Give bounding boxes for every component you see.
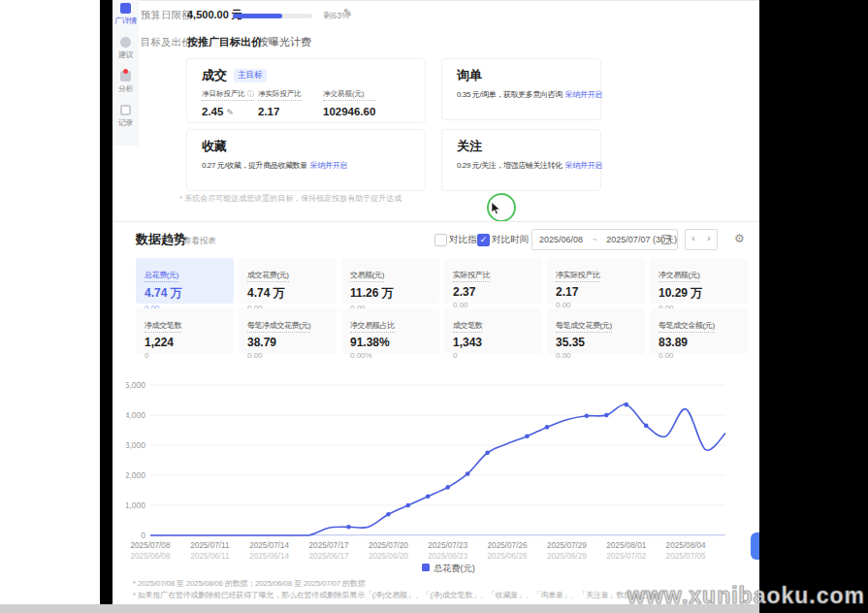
sidebar-item-label: 分析: [113, 83, 139, 94]
metric-label: 净实际投产比: [556, 270, 600, 282]
data-point-marker: [624, 403, 628, 407]
compare-time-label: 对比时间: [492, 234, 529, 246]
spend-trend-line-chart[interactable]: 01,0002,0003,0004,0005,0002025/07/082025…: [126, 372, 761, 578]
metric-value: 10.29 万: [659, 285, 739, 302]
trend-metric-card[interactable]: 每笔净成交花费(元)38.790.00: [239, 308, 337, 354]
goal-card-favorite: 收藏 0.27 元/收藏，提升商品收藏数量采纳并开启: [186, 129, 426, 191]
trend-section-title: 数据趋势: [136, 231, 186, 248]
x-tick-label-current: 2025/07/20: [369, 541, 408, 550]
x-tick-label-current: 2025/07/11: [190, 541, 230, 550]
trend-metric-card[interactable]: 总花费(元)4.74 万0.00: [136, 258, 234, 304]
metric-label: 交易额(元): [350, 270, 384, 282]
metric-label: 总花费(元): [145, 270, 178, 282]
compare-time-checkbox[interactable]: ✓: [477, 234, 490, 246]
data-point-marker: [406, 503, 411, 508]
metric-label: 净交易额(元): [659, 270, 700, 282]
x-tick-label-current: 2025/07/17: [309, 541, 349, 550]
anchor-sidebar: 广详情建议分析记录: [113, 0, 139, 145]
metric-label: 每笔成交金额(元): [659, 320, 715, 333]
metric-label: 实际投产比: [453, 270, 490, 282]
deal-card-title: 成交: [202, 67, 227, 84]
deal-metric-target-roi: 净目标投产比 ⓘ 2.45 ✎: [202, 89, 254, 117]
metric-value: 4.74 万: [145, 285, 225, 302]
metric-label: 净交易额占比: [350, 320, 395, 333]
x-tick-label-compare: 2025/06/29: [547, 552, 587, 561]
y-tick-label: 0: [141, 531, 145, 540]
data-point-marker: [604, 413, 609, 418]
view-report-link[interactable]: 查看报表: [183, 236, 216, 247]
metric-value: 38.79: [247, 336, 328, 349]
suggest-icon: [120, 37, 131, 48]
next-period-button[interactable]: ›: [701, 229, 718, 250]
sidebar-item-suggest[interactable]: 建议: [113, 37, 139, 60]
chart-note-2: * 如果推广在暂停或删除前已经获得了曝光，那么在暂停或删除后展示「(净)交易额」…: [133, 590, 661, 600]
trend-metric-card[interactable]: 净实际投产比2.170.00: [547, 258, 645, 304]
sidebar-item-label: 建议: [113, 49, 139, 60]
data-point-marker: [445, 485, 450, 490]
y-tick-label: 4,000: [126, 410, 145, 420]
follow-adopt-link[interactable]: 采纳并开启: [565, 161, 602, 170]
trend-metric-card[interactable]: 净成交笔数1,2240: [136, 308, 234, 354]
metric-value: 91.38%: [350, 336, 431, 349]
x-tick-label-compare: 2025/06/17: [309, 552, 349, 561]
prev-period-button[interactable]: ‹: [685, 229, 702, 250]
metric-compare-value: 0.00: [659, 351, 739, 360]
y-tick-label: 3,000: [126, 440, 145, 450]
inquiry-adopt-link[interactable]: 采纳并开启: [565, 90, 602, 99]
deal-metric-net-gmv: 净交易额(元) 102946.60: [323, 89, 375, 117]
goal-card-follow: 关注 0.29 元/关注，增强店铺关注转化采纳并开启: [441, 129, 601, 191]
metric-value: 1,224: [145, 336, 225, 349]
date-separator: ~: [593, 235, 597, 244]
settings-gear-icon[interactable]: ⚙: [734, 232, 745, 245]
info-icon[interactable]: ⓘ: [247, 90, 254, 97]
trend-metric-card[interactable]: 成交笔数1,3430: [444, 308, 542, 354]
y-tick-label: 5,000: [126, 380, 145, 390]
top-divider: [113, 0, 759, 1]
metric-value: 11.26 万: [350, 285, 431, 302]
x-tick-label-compare: 2025/06/08: [131, 552, 171, 561]
watermark: www.xunibaoku.com: [627, 583, 865, 609]
data-point-marker: [525, 434, 530, 438]
trend-metric-card[interactable]: 净交易额占比91.38%0.00%: [341, 308, 439, 354]
follow-card-title: 关注: [457, 138, 482, 155]
x-tick-label-compare: 2025/07/02: [606, 552, 646, 561]
x-tick-label-compare: 2025/06/23: [428, 552, 467, 561]
tab-bid-by-goal[interactable]: 按推广目标出价: [187, 35, 262, 49]
budget-progress-fill: [233, 14, 282, 18]
favorite-adopt-link[interactable]: 采纳并开启: [310, 161, 347, 170]
compare-metric-checkbox[interactable]: [434, 234, 447, 246]
x-tick-label-compare: 2025/07/05: [666, 552, 706, 561]
trend-metric-card[interactable]: 交易额(元)11.26 万0.00: [341, 258, 439, 304]
data-point-marker: [545, 425, 550, 430]
trend-metric-card[interactable]: 实际投产比2.370.00: [444, 258, 542, 304]
metric-label: 每笔成交花费(元): [556, 320, 612, 333]
main-series-line: [150, 404, 725, 535]
metric-label: 净成交笔数: [145, 320, 181, 333]
x-tick-label-current: 2025/08/01: [606, 541, 646, 550]
trend-metric-card[interactable]: 成交花费(元)4.74 万0.00: [239, 258, 337, 304]
trend-metric-card[interactable]: 每笔成交金额(元)83.890.00: [650, 308, 748, 354]
x-tick-label-current: 2025/07/29: [547, 541, 587, 550]
data-point-marker: [485, 450, 490, 455]
metric-value: 83.89: [659, 336, 739, 349]
sidebar-item-record[interactable]: 记录: [113, 105, 139, 128]
trend-metric-card[interactable]: 净交易额(元)10.29 万0.00: [650, 258, 748, 304]
inquiry-card-title: 询单: [457, 67, 482, 84]
data-point-marker: [426, 494, 431, 499]
detail-icon: [120, 3, 131, 14]
x-tick-label-compare: 2025/06/14: [249, 552, 289, 561]
red-badge-dot: [123, 69, 128, 74]
roi-edit-icon[interactable]: ✎: [227, 108, 235, 117]
trend-metric-card[interactable]: 每笔成交花费(元)35.350.00: [547, 308, 645, 354]
budget-edit-icon[interactable]: ✎: [343, 7, 352, 19]
section-divider: [113, 221, 759, 222]
date-range-picker[interactable]: 2025/06/08 ~ 2025/07/07 (30天): [531, 229, 678, 250]
x-tick-label-current: 2025/08/04: [666, 541, 706, 550]
sidebar-item-analysis[interactable]: 分析: [113, 71, 139, 94]
trend-metric-grid: 总花费(元)4.74 万0.00成交花费(元)4.74 万0.00交易额(元)1…: [136, 258, 748, 354]
tab-bid-by-exposure[interactable]: 按曝光计费: [258, 35, 311, 49]
metric-label: 成交笔数: [453, 320, 482, 333]
x-tick-label-compare: 2025/06/11: [190, 552, 230, 561]
sidebar-item-detail[interactable]: 广详情: [113, 3, 139, 26]
sidebar-item-label: 记录: [113, 117, 139, 128]
